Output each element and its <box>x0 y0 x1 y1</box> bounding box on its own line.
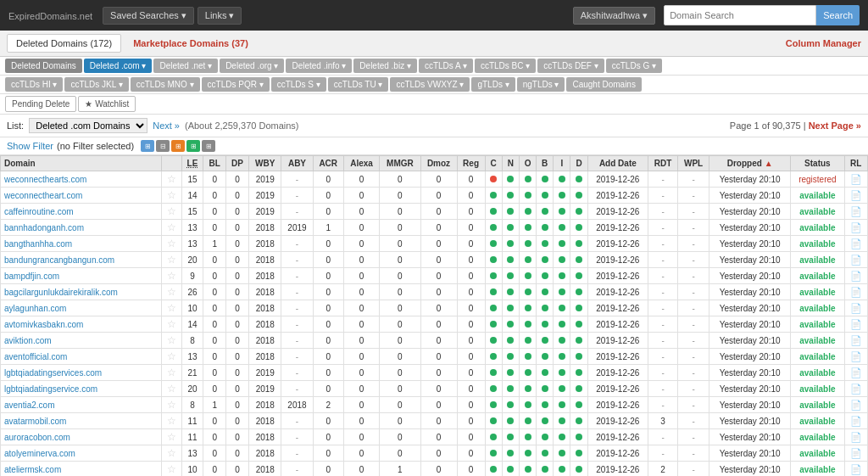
filter-deleted-com[interactable]: Deleted .com ▾ <box>84 59 153 73</box>
domain-link[interactable]: aventia2.com <box>4 400 54 410</box>
col-mmgr[interactable]: MMGR <box>380 156 420 171</box>
col-wpl[interactable]: WPL <box>678 156 709 171</box>
star-cell[interactable]: ☆ <box>161 236 181 252</box>
domain-link[interactable]: weconnecthearts.com <box>4 175 86 184</box>
tab-marketplace-domains[interactable]: Marketplace Domains (37) <box>125 35 257 52</box>
col-domain[interactable]: Domain <box>1 156 162 171</box>
star-cell[interactable]: ☆ <box>161 316 181 333</box>
rl-cell[interactable]: 📄 <box>844 349 867 365</box>
rl-cell[interactable]: 📄 <box>844 188 867 204</box>
col-dmoz[interactable]: Dmoz <box>420 156 457 171</box>
filter-icon-4[interactable]: ⊞ <box>186 140 200 152</box>
col-c[interactable]: C <box>485 156 502 171</box>
filter-cctlds-tu[interactable]: ccTLDs TU ▾ <box>328 77 389 92</box>
rl-cell[interactable]: 📄 <box>844 333 867 349</box>
domain-link[interactable]: bampdfjin.com <box>4 272 59 281</box>
col-le[interactable]: LE <box>181 156 203 171</box>
tab-deleted-domains[interactable]: Deleted Domains (172) <box>7 34 121 53</box>
col-status[interactable]: Status <box>791 156 844 171</box>
star-cell[interactable]: ☆ <box>161 204 181 220</box>
col-d[interactable]: D <box>570 156 587 171</box>
col-reg[interactable]: Reg <box>457 156 485 171</box>
col-aby[interactable]: ABY <box>281 156 313 171</box>
filter-cctlds-bc[interactable]: ccTLDs BC ▾ <box>475 59 536 73</box>
col-acr[interactable]: ACR <box>313 156 343 171</box>
domain-link[interactable]: caffeinroutine.com <box>4 207 74 216</box>
next-link[interactable]: Next » <box>153 120 180 131</box>
rl-cell[interactable]: 📄 <box>844 381 867 397</box>
star-cell[interactable]: ☆ <box>161 220 181 236</box>
domain-link[interactable]: aventofficial.com <box>4 352 67 361</box>
rl-cell[interactable]: 📄 <box>844 429 867 445</box>
filter-cctlds-g[interactable]: ccTLDs G ▾ <box>606 59 662 73</box>
filter-icon-3[interactable]: ⊞ <box>171 140 185 152</box>
filter-icon-5[interactable]: ⊞ <box>202 140 215 152</box>
rl-cell[interactable]: 📄 <box>844 316 867 333</box>
filter-gtlds[interactable]: gTLDs ▾ <box>471 77 515 92</box>
filter-deleted-net[interactable]: Deleted .net ▾ <box>153 59 218 73</box>
domain-link[interactable]: weconnectheart.com <box>4 191 82 200</box>
col-dp[interactable]: DP <box>225 156 248 171</box>
rl-cell[interactable]: 📄 <box>844 284 867 300</box>
col-alexa[interactable]: Alexa <box>343 156 379 171</box>
rl-cell[interactable]: 📄 <box>844 236 867 252</box>
domain-link[interactable]: lgbtqiadatingservice.com <box>4 384 97 394</box>
star-cell[interactable]: ☆ <box>161 349 181 365</box>
rl-cell[interactable]: 📄 <box>844 204 867 220</box>
domain-link[interactable]: aylagunhan.com <box>4 304 66 313</box>
filter-cctlds-hi[interactable]: ccTLDs HI ▾ <box>5 77 63 92</box>
star-cell[interactable]: ☆ <box>161 397 181 413</box>
col-i[interactable]: I <box>554 156 570 171</box>
domain-link[interactable]: bangthanhha.com <box>4 239 72 249</box>
logo[interactable]: ExpiredDomains.net <box>8 8 92 22</box>
filter-cctlds-pqr[interactable]: ccTLDs PQR ▾ <box>202 77 270 92</box>
star-cell[interactable]: ☆ <box>161 365 181 381</box>
rl-cell[interactable]: 📄 <box>844 252 867 268</box>
domain-search-input[interactable] <box>664 5 816 25</box>
filter-cctlds-vwxyz[interactable]: ccTLDs VWXYZ ▾ <box>390 77 470 92</box>
star-cell[interactable]: ☆ <box>161 284 181 300</box>
filter-deleted-domains[interactable]: Deleted Domains <box>5 59 82 73</box>
filter-watchlist[interactable]: ★ Watchlist <box>78 96 136 112</box>
saved-searches-button[interactable]: Saved Searches ▾ <box>103 7 194 25</box>
col-bl[interactable]: BL <box>203 156 226 171</box>
filter-deleted-biz[interactable]: Deleted .biz ▾ <box>353 59 417 73</box>
domain-link[interactable]: lgbtqiadatingservices.com <box>4 368 102 378</box>
star-cell[interactable]: ☆ <box>161 381 181 397</box>
rl-cell[interactable]: 📄 <box>844 220 867 236</box>
rl-cell[interactable]: 📄 <box>844 445 867 462</box>
domain-link[interactable]: aviktion.com <box>4 336 52 345</box>
star-cell[interactable]: ☆ <box>161 462 181 477</box>
show-filter-link[interactable]: Show Filter <box>7 141 53 151</box>
domain-link[interactable]: ateliermsk.com <box>4 465 61 474</box>
list-select[interactable]: Deleted .com Domains <box>29 118 147 133</box>
user-menu-button[interactable]: Akshitwadhwa ▾ <box>573 7 655 25</box>
filter-deleted-info[interactable]: Deleted .info ▾ <box>286 59 352 73</box>
domain-link[interactable]: avatarmobil.com <box>4 417 66 426</box>
star-cell[interactable]: ☆ <box>161 429 181 445</box>
rl-cell[interactable]: 📄 <box>844 171 867 188</box>
star-cell[interactable]: ☆ <box>161 333 181 349</box>
domain-link[interactable]: auroracobon.com <box>4 433 70 442</box>
search-button[interactable]: Search <box>816 5 860 25</box>
filter-cctlds-s[interactable]: ccTLDs S ▾ <box>271 77 326 92</box>
domain-link[interactable]: avtomivkasbakn.com <box>4 320 83 329</box>
star-cell[interactable]: ☆ <box>161 300 181 316</box>
star-cell[interactable]: ☆ <box>161 171 181 188</box>
rl-cell[interactable]: 📄 <box>844 413 867 429</box>
filter-ngtlds[interactable]: ngTLDs ▾ <box>517 77 565 92</box>
filter-cctlds-jkl[interactable]: ccTLDs JKL ▾ <box>64 77 128 92</box>
star-cell[interactable]: ☆ <box>161 445 181 462</box>
domain-link[interactable]: bannhadonganh.com <box>4 223 84 232</box>
filter-caught-domains[interactable]: Caught Domains <box>566 77 641 92</box>
filter-cctlds-mno[interactable]: ccTLDs MNO ▾ <box>131 77 200 92</box>
filter-cctlds-def[interactable]: ccTLDs DEF ▾ <box>537 59 604 73</box>
rl-cell[interactable]: 📄 <box>844 300 867 316</box>
rl-cell[interactable]: 📄 <box>844 462 867 477</box>
rl-cell[interactable]: 📄 <box>844 365 867 381</box>
filter-icon-1[interactable]: ⊞ <box>141 140 154 152</box>
rl-cell[interactable]: 📄 <box>844 397 867 413</box>
col-o[interactable]: O <box>519 156 536 171</box>
star-cell[interactable]: ☆ <box>161 413 181 429</box>
col-wby[interactable]: WBY <box>249 156 281 171</box>
